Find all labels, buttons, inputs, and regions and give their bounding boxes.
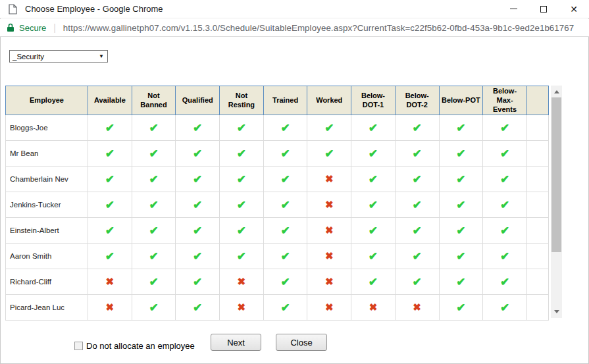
employee-name-cell[interactable]: Chamberlain Nev: [6, 167, 88, 192]
status-cell: ✖: [395, 295, 439, 321]
do-not-allocate-label: Do not allocate an employee: [86, 341, 195, 351]
status-cell: ✖: [307, 167, 351, 192]
employee-name-cell[interactable]: Aaron Smith: [6, 244, 88, 269]
status-cell: ✔: [439, 141, 483, 167]
column-header-not-banned: Not Banned: [132, 86, 176, 115]
checkmark-icon: ✔: [280, 122, 290, 134]
employee-name-cell[interactable]: Mr Bean: [6, 141, 88, 167]
status-cell: ✔: [88, 167, 132, 192]
status-cell: ✔: [439, 244, 483, 269]
status-cell: ✔: [439, 192, 483, 218]
status-cell: ✖: [307, 269, 351, 295]
window-controls: ✕: [498, 0, 589, 18]
status-cell: ✔: [176, 141, 220, 167]
checkmark-icon: ✔: [105, 122, 115, 134]
row-spacer-cell: [526, 218, 548, 244]
checkmark-icon: ✔: [369, 147, 378, 160]
triangle-down-icon: [554, 310, 559, 313]
table-row[interactable]: Mr Bean✔✔✔✔✔✔✔✔✔✔: [6, 141, 549, 167]
checkmark-icon: ✔: [193, 147, 202, 160]
status-cell: ✔: [176, 295, 220, 321]
url-bar[interactable]: Secure | https://www.gallinetph07.com/v1…: [0, 19, 589, 37]
security-dropdown[interactable]: _Security ▼: [9, 50, 108, 63]
status-cell: ✔: [88, 141, 132, 167]
checkmark-icon: ✔: [500, 301, 509, 314]
checkmark-icon: ✔: [500, 122, 509, 134]
status-cell: ✖: [220, 269, 264, 295]
employee-name-cell[interactable]: Picard-Jean Luc: [6, 295, 88, 321]
checkmark-icon: ✔: [149, 224, 158, 237]
status-cell: ✔: [483, 295, 527, 321]
checkmark-icon: ✔: [369, 199, 378, 211]
checkmark-icon: ✔: [193, 122, 202, 134]
checkmark-icon: ✔: [237, 250, 246, 263]
status-cell: ✔: [88, 244, 132, 269]
status-cell: ✔: [132, 192, 176, 218]
checkmark-icon: ✔: [280, 276, 290, 288]
status-cell: ✔: [439, 218, 483, 244]
table-row[interactable]: Richard-Cliff✖✔✔✖✔✖✔✔✔✔: [6, 269, 549, 295]
table-row[interactable]: Aaron Smith✔✔✔✔✔✖✔✔✔✔: [6, 244, 549, 269]
checkmark-icon: ✔: [149, 122, 158, 134]
checkmark-icon: ✔: [369, 276, 378, 288]
checkmark-icon: ✔: [456, 173, 465, 186]
cross-icon: ✖: [238, 301, 246, 313]
status-cell: ✖: [220, 295, 264, 321]
status-cell: ✔: [176, 244, 220, 269]
status-cell: ✔: [395, 244, 439, 269]
cross-icon: ✖: [369, 301, 378, 313]
employee-name-cell[interactable]: Bloggs-Joe: [6, 115, 88, 141]
status-cell: ✖: [307, 192, 351, 218]
checkmark-icon: ✔: [149, 199, 158, 211]
close-dialog-button[interactable]: Close: [276, 334, 327, 351]
window-title: Choose Employee - Google Chrome: [25, 4, 163, 14]
status-cell: ✔: [132, 269, 176, 295]
close-button[interactable]: ✕: [559, 0, 589, 18]
employee-name-cell[interactable]: Richard-Cliff: [6, 269, 88, 295]
checkmark-icon: ✔: [413, 250, 422, 263]
status-cell: ✔: [263, 192, 307, 218]
checkmark-icon: ✔: [193, 276, 202, 288]
table-row[interactable]: Picard-Jean Luc✖✔✔✖✔✖✖✖✔✔: [6, 295, 549, 321]
checkmark-icon: ✔: [413, 224, 422, 237]
table-row[interactable]: Jenkins-Tucker✔✔✔✔✔✖✔✔✔✔: [6, 192, 549, 218]
scrollbar-thumb[interactable]: [551, 97, 561, 252]
close-icon: ✕: [570, 5, 578, 14]
table-row[interactable]: Einstein-Albert✔✔✔✔✔✖✔✔✔✔: [6, 218, 549, 244]
header-spacer-cell: [526, 86, 548, 115]
checkmark-icon: ✔: [456, 122, 465, 134]
checkmark-icon: ✔: [149, 147, 158, 160]
employee-name-cell[interactable]: Einstein-Albert: [6, 218, 88, 244]
cross-icon: ✖: [106, 301, 115, 313]
checkmark-icon: ✔: [237, 147, 246, 160]
scroll-up-button[interactable]: [551, 87, 562, 97]
checkmark-icon: ✔: [500, 147, 509, 160]
table-row[interactable]: Bloggs-Joe✔✔✔✔✔✔✔✔✔✔: [6, 115, 549, 141]
status-cell: ✔: [395, 192, 439, 218]
table-scrollbar[interactable]: [551, 86, 562, 318]
minimize-button[interactable]: [498, 0, 528, 18]
checkmark-icon: ✔: [280, 224, 290, 237]
status-cell: ✔: [395, 269, 439, 295]
next-button[interactable]: Next: [211, 334, 261, 351]
cross-icon: ✖: [106, 276, 115, 287]
status-cell: ✔: [483, 244, 527, 269]
employee-name-cell[interactable]: Jenkins-Tucker: [6, 192, 88, 218]
status-cell: ✖: [351, 295, 396, 321]
status-cell: ✔: [132, 141, 176, 167]
row-spacer-cell: [526, 141, 548, 167]
status-cell: ✔: [220, 115, 264, 141]
row-spacer-cell: [526, 115, 548, 141]
checkmark-icon: ✔: [500, 199, 509, 211]
secure-label: Secure: [19, 23, 46, 33]
do-not-allocate-checkbox[interactable]: [74, 342, 83, 350]
checkmark-icon: ✔: [280, 199, 290, 211]
checkmark-icon: ✔: [456, 250, 465, 263]
checkmark-icon: ✔: [324, 147, 334, 160]
title-bar: Choose Employee - Google Chrome ✕: [0, 0, 589, 18]
scroll-down-button[interactable]: [551, 307, 562, 317]
maximize-button[interactable]: [528, 0, 559, 18]
checkmark-icon: ✔: [105, 250, 115, 263]
status-cell: ✖: [307, 218, 351, 244]
table-row[interactable]: Chamberlain Nev✔✔✔✔✔✖✔✔✔✔: [6, 167, 549, 192]
